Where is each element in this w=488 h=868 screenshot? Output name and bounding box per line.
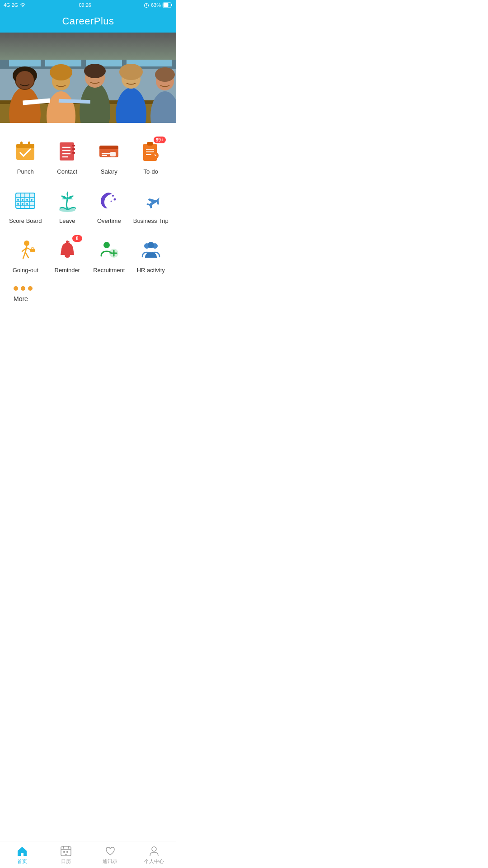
svg-rect-5 bbox=[164, 3, 169, 7]
svg-point-20 bbox=[50, 64, 72, 80]
svg-rect-37 bbox=[72, 145, 75, 146]
svg-point-66 bbox=[17, 199, 19, 201]
battery-percent: 63% bbox=[151, 2, 161, 8]
contact-label: Contact bbox=[57, 168, 77, 175]
svg-point-70 bbox=[17, 203, 19, 205]
salary-icon-wrap bbox=[96, 138, 122, 165]
svg-point-17 bbox=[16, 71, 34, 89]
businesstrip-label: Business Trip bbox=[133, 217, 169, 224]
svg-point-77 bbox=[24, 241, 29, 246]
more-dots-icon bbox=[14, 286, 33, 291]
alarm-icon bbox=[144, 2, 149, 8]
contact-icon-wrap bbox=[54, 138, 80, 165]
salary-label: Salary bbox=[101, 168, 117, 175]
svg-point-23 bbox=[84, 64, 106, 78]
hractivity-icon-wrap bbox=[138, 237, 164, 263]
header: CareerPlus bbox=[0, 10, 176, 33]
menu-grid: Punch Contact bbox=[5, 132, 172, 280]
scoreboard-label: Score Board bbox=[9, 217, 42, 224]
hractivity-icon bbox=[140, 239, 162, 261]
menu-item-scoreboard[interactable]: Score Board bbox=[5, 181, 47, 231]
battery-icon bbox=[163, 2, 173, 8]
contact-icon bbox=[56, 140, 79, 163]
goingout-label: Going-out bbox=[13, 267, 38, 274]
menu-grid-container: Punch Contact bbox=[0, 123, 176, 313]
banner-image bbox=[0, 33, 176, 123]
svg-rect-38 bbox=[72, 148, 75, 150]
svg-rect-36 bbox=[60, 142, 74, 160]
menu-item-reminder[interactable]: 8 Reminder bbox=[47, 231, 89, 280]
businesstrip-icon-wrap bbox=[138, 188, 164, 214]
reminder-icon bbox=[56, 239, 79, 261]
svg-rect-39 bbox=[72, 152, 75, 154]
menu-item-overtime[interactable]: Overtime bbox=[88, 181, 130, 231]
svg-point-71 bbox=[22, 203, 23, 205]
goingout-icon-wrap bbox=[12, 237, 38, 263]
scoreboard-icon bbox=[14, 189, 37, 212]
menu-item-goingout[interactable]: Going-out bbox=[5, 231, 47, 280]
overtime-icon bbox=[98, 189, 120, 212]
menu-item-recruitment[interactable]: Recruitment bbox=[88, 231, 130, 280]
menu-item-leave[interactable]: Leave bbox=[47, 181, 89, 231]
svg-rect-33 bbox=[16, 144, 34, 148]
svg-rect-11 bbox=[127, 35, 172, 66]
svg-rect-49 bbox=[110, 152, 116, 156]
leave-icon bbox=[56, 189, 79, 212]
svg-rect-51 bbox=[147, 142, 153, 146]
todo-icon bbox=[140, 140, 162, 163]
wifi-icon bbox=[19, 2, 26, 8]
svg-line-82 bbox=[27, 248, 30, 250]
svg-line-80 bbox=[25, 252, 28, 258]
svg-point-29 bbox=[155, 67, 175, 82]
svg-rect-34 bbox=[20, 142, 23, 147]
todo-label: To-do bbox=[143, 168, 158, 175]
app-title: CareerPlus bbox=[62, 15, 114, 27]
recruitment-label: Recruitment bbox=[93, 267, 125, 274]
todo-icon-wrap: 99+ bbox=[138, 138, 164, 165]
todo-badge: 99+ bbox=[154, 137, 166, 143]
overtime-label: Overtime bbox=[97, 217, 121, 224]
status-bar: 4G 2G 09:26 63% bbox=[0, 0, 176, 10]
reminder-label: Reminder bbox=[55, 267, 80, 274]
svg-point-68 bbox=[26, 199, 28, 201]
status-signal: 4G 2G bbox=[4, 2, 26, 8]
salary-icon bbox=[98, 140, 120, 163]
svg-point-92 bbox=[148, 242, 154, 248]
status-time: 09:26 bbox=[79, 2, 91, 8]
recruitment-icon-wrap bbox=[96, 237, 122, 263]
menu-item-todo[interactable]: 99+ To-do bbox=[130, 132, 172, 181]
reminder-icon-wrap: 8 bbox=[54, 237, 80, 263]
menu-item-hractivity[interactable]: HR activity bbox=[130, 231, 172, 280]
svg-point-74 bbox=[112, 195, 114, 197]
svg-rect-10 bbox=[86, 35, 122, 66]
svg-point-76 bbox=[111, 201, 112, 202]
punch-label: Punch bbox=[17, 168, 34, 175]
leave-label: Leave bbox=[59, 217, 75, 224]
overtime-icon-wrap bbox=[96, 188, 122, 214]
more-row[interactable]: More bbox=[5, 280, 172, 309]
hractivity-label: HR activity bbox=[137, 267, 165, 274]
svg-point-69 bbox=[31, 199, 33, 201]
menu-item-salary[interactable]: Salary bbox=[88, 132, 130, 181]
banner-group-photo bbox=[0, 33, 176, 123]
svg-rect-46 bbox=[99, 147, 118, 149]
businesstrip-icon bbox=[140, 189, 162, 212]
svg-point-75 bbox=[114, 198, 116, 201]
status-battery-area: 63% bbox=[144, 2, 173, 8]
menu-item-punch[interactable]: Punch bbox=[5, 132, 47, 181]
leave-icon-wrap bbox=[54, 188, 80, 214]
menu-item-businesstrip[interactable]: Business Trip bbox=[130, 181, 172, 231]
banner-svg bbox=[0, 33, 176, 123]
svg-rect-4 bbox=[171, 4, 173, 6]
svg-point-86 bbox=[103, 242, 110, 248]
svg-point-26 bbox=[119, 64, 143, 80]
more-label: More bbox=[14, 295, 28, 302]
goingout-icon bbox=[14, 239, 37, 261]
menu-item-contact[interactable]: Contact bbox=[47, 132, 89, 181]
punch-icon bbox=[14, 140, 37, 163]
scoreboard-icon-wrap bbox=[12, 188, 38, 214]
svg-line-79 bbox=[23, 252, 25, 259]
svg-rect-35 bbox=[28, 142, 30, 147]
svg-point-72 bbox=[26, 203, 28, 205]
svg-point-67 bbox=[22, 199, 23, 201]
